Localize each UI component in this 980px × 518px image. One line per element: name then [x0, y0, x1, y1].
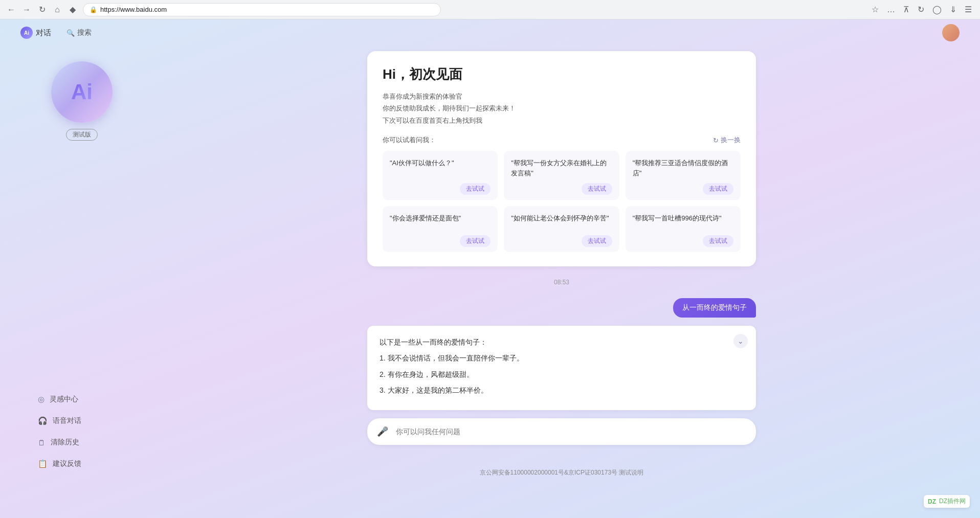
ai-response-title: 以下是一些从一而终的爱情句子：	[380, 336, 744, 349]
beta-badge[interactable]: 测试版	[66, 129, 98, 141]
lock-icon: 🔒	[90, 6, 97, 13]
chat-input[interactable]	[396, 427, 749, 436]
download-button[interactable]: ⇓	[948, 3, 959, 16]
ai-logo-text: Ai	[24, 30, 29, 36]
try-button-4[interactable]: 去试试	[582, 235, 612, 247]
settings-button[interactable]: ☰	[963, 3, 974, 16]
ai-response-line-0: 1. 我不会说情话，但我会一直陪伴你一辈子。	[380, 352, 744, 365]
sidebar-item-inspiration-label: 灵感中心	[50, 395, 78, 404]
refresh-label: 换一换	[721, 136, 741, 145]
user-bubble: 从一而终的爱情句子	[673, 298, 756, 318]
suggestion-prefix: 你可以试着问我：	[383, 136, 436, 145]
page-background: Ai 对话 🔍 搜索 Ai 测试版 ◎ 灵感中心	[0, 19, 980, 518]
suggestion-card-4[interactable]: "如何能让老公体会到怀孕的辛苦" 去试试	[504, 206, 619, 252]
footer-text: 京公网安备11000002000001号&京ICP证030173号 测试说明	[480, 469, 644, 476]
try-button-3[interactable]: 去试试	[460, 235, 491, 247]
sidebar-bottom-menu: ◎ 灵感中心 🎧 语音对话 🗒 清除历史 📋 建议反馈	[31, 390, 133, 496]
refresh-icon: ↻	[713, 137, 719, 144]
nav-search-label: 搜索	[77, 28, 92, 37]
bookmark-button[interactable]: ☆	[870, 3, 881, 16]
suggestion-card-2[interactable]: "帮我推荐三亚适合情侣度假的酒店" 去试试	[626, 151, 741, 200]
suggestion-card-5[interactable]: "帮我写一首吐槽996的现代诗" 去试试	[626, 206, 741, 252]
try-button-0[interactable]: 去试试	[460, 183, 491, 195]
nav-search-link[interactable]: 🔍 搜索	[66, 28, 92, 37]
welcome-card: Hi，初次见面 恭喜你成为新搜索的体验官 你的反馈助我成长，期待我们一起探索未来…	[367, 51, 756, 266]
suggestion-card-0[interactable]: "AI伙伴可以做什么？" 去试试	[383, 151, 498, 200]
top-navigation: Ai 对话 🔍 搜索	[0, 19, 980, 46]
welcome-line2: 你的反馈助我成长，期待我们一起探索未来！	[383, 104, 516, 112]
suggestion-text-5: "帮我写一首吐槽996的现代诗"	[633, 213, 733, 230]
suggestion-grid: "AI伙伴可以做什么？" 去试试 "帮我写一份女方父亲在婚礼上的发言稿" 去试试…	[383, 151, 741, 252]
sidebar-item-clear-label: 清除历史	[51, 438, 79, 447]
welcome-title: Hi，初次见面	[383, 65, 741, 83]
compass-icon: ◎	[38, 395, 44, 404]
chat-input-area: 🎤	[367, 418, 756, 445]
dz-icon: DZ	[928, 498, 936, 505]
nav-extensions-button[interactable]: ◆	[68, 5, 78, 15]
user-message: 从一而终的爱情句子	[367, 298, 756, 318]
ai-avatar-circle: Ai	[51, 61, 113, 123]
dz-watermark: DZ DZ插件网	[924, 495, 970, 508]
collapse-button[interactable]: ⌄	[733, 334, 748, 348]
sidebar-item-feedback[interactable]: 📋 建议反馈	[31, 454, 133, 474]
suggestion-text-1: "帮我写一份女方父亲在婚礼上的发言稿"	[511, 158, 612, 178]
browser-actions: ☆ … ⊼ ↻ ◯ ⇓ ☰	[870, 3, 974, 16]
feedback-icon: 📋	[38, 459, 48, 468]
nav-back-button[interactable]: ←	[6, 5, 16, 15]
address-bar[interactable]: 🔒 https://www.baidu.com	[83, 3, 441, 16]
nav-forward-button[interactable]: →	[21, 5, 32, 15]
ai-avatar-text: Ai	[71, 80, 93, 104]
suggestion-text-3: "你会选择爱情还是面包"	[390, 213, 491, 230]
nav-dialog-label: 对话	[36, 28, 51, 38]
refresh-action-button[interactable]: ↻	[916, 3, 926, 16]
suggestion-card-1[interactable]: "帮我写一份女方父亲在婚礼上的发言稿" 去试试	[504, 151, 619, 200]
history-button[interactable]: ◯	[930, 3, 944, 16]
sidebar-item-feedback-label: 建议反馈	[53, 459, 81, 468]
ai-response-line-2: 3. 大家好，这是我的第二杯半价。	[380, 384, 744, 397]
try-button-2[interactable]: 去试试	[703, 183, 733, 195]
try-button-5[interactable]: 去试试	[703, 235, 733, 247]
ai-avatar-container: Ai 测试版	[51, 61, 113, 141]
ai-logo-badge: Ai	[20, 27, 33, 39]
chat-area: Hi，初次见面 恭喜你成为新搜索的体验官 你的反馈助我成长，期待我们一起探索未来…	[367, 46, 756, 496]
welcome-line1: 恭喜你成为新搜索的体验官	[383, 93, 462, 100]
suggestion-text-2: "帮我推荐三亚适合情侣度假的酒店"	[633, 158, 733, 178]
sidebar-item-voice-label: 语音对话	[53, 416, 81, 425]
trash-icon: 🗒	[38, 438, 46, 447]
sidebar-item-inspiration[interactable]: ◎ 灵感中心	[31, 390, 133, 409]
sidebar: Ai 测试版 ◎ 灵感中心 🎧 语音对话 🗒 清除历史 📋	[10, 46, 153, 496]
dz-label: DZ插件网	[939, 497, 966, 506]
nav-home-button[interactable]: ⌂	[52, 5, 62, 15]
refresh-suggestions-button[interactable]: ↻ 换一换	[713, 136, 741, 145]
welcome-line3: 下次可以在百度首页右上角找到我	[383, 117, 482, 124]
nav-logo[interactable]: Ai 对话	[20, 27, 51, 39]
menu-dots-button[interactable]: …	[885, 3, 897, 16]
try-button-1[interactable]: 去试试	[582, 183, 612, 195]
user-avatar[interactable]	[942, 24, 960, 41]
sidebar-item-voice[interactable]: 🎧 语音对话	[31, 411, 133, 431]
mic-icon: 🎤	[377, 426, 388, 437]
suggestion-card-3[interactable]: "你会选择爱情还是面包" 去试试	[383, 206, 498, 252]
headphone-icon: 🎧	[38, 416, 48, 425]
url-text: https://www.baidu.com	[100, 6, 167, 13]
nav-refresh-button[interactable]: ↻	[37, 5, 47, 15]
suggestion-text-0: "AI伙伴可以做什么？"	[390, 158, 491, 178]
suggestion-header: 你可以试着问我： ↻ 换一换	[383, 136, 741, 145]
suggestion-text-4: "如何能让老公体会到怀孕的辛苦"	[511, 213, 612, 230]
footer: 京公网安备11000002000001号&京ICP证030173号 测试说明	[367, 458, 756, 487]
apps-grid-button[interactable]: ⊼	[901, 3, 911, 16]
search-icon: 🔍	[66, 29, 75, 37]
microphone-button[interactable]: 🎤	[374, 423, 391, 440]
ai-response-line-1: 2. 有你在身边，风都超级甜。	[380, 368, 744, 381]
chat-timestamp: 08:53	[367, 279, 756, 286]
main-content: Ai 测试版 ◎ 灵感中心 🎧 语音对话 🗒 清除历史 📋	[0, 46, 980, 506]
sidebar-item-clear-history[interactable]: 🗒 清除历史	[31, 433, 133, 452]
ai-response-card: ⌄ 以下是一些从一而终的爱情句子： 1. 我不会说情话，但我会一直陪伴你一辈子。…	[367, 326, 756, 410]
browser-chrome: ← → ↻ ⌂ ◆ 🔒 https://www.baidu.com ☆ … ⊼ …	[0, 0, 980, 19]
welcome-subtitle: 恭喜你成为新搜索的体验官 你的反馈助我成长，期待我们一起探索未来！ 下次可以在百…	[383, 91, 741, 126]
